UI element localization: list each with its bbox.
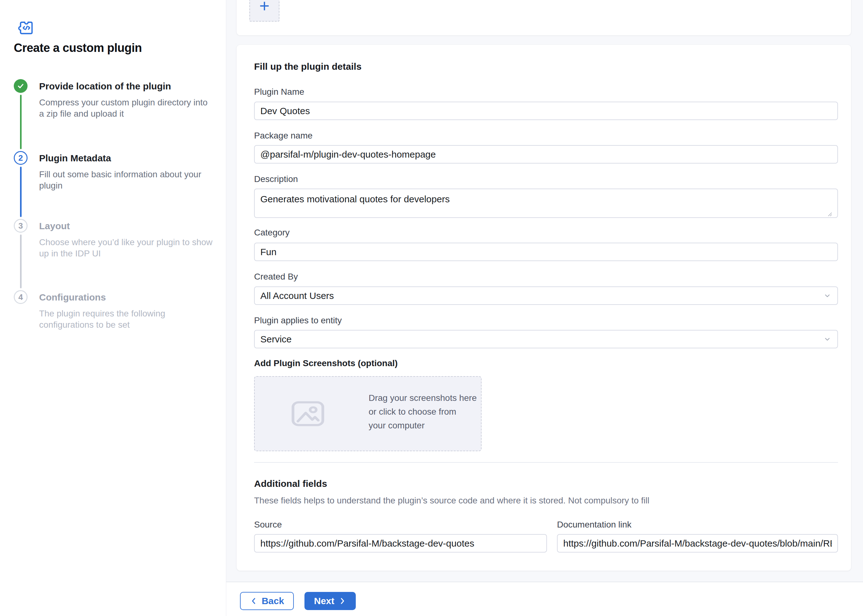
description-textarea[interactable]: Generates motivational quotes for develo… [254,189,838,218]
step-4-title[interactable]: Configurations [39,292,106,303]
next-button[interactable]: Next [304,592,356,610]
additional-fields-helper: These fields helps to understand the plu… [254,496,649,506]
step-3-number: 3 [19,221,23,231]
step-3-description: Choose where you’d like your plugin to s… [39,237,214,259]
chevron-down-icon [823,291,832,300]
step-2-title[interactable]: Plugin Metadata [39,153,111,163]
step-3-title[interactable]: Layout [39,221,70,231]
plus-icon: + [260,0,270,15]
step-1-indicator[interactable] [14,79,28,93]
screenshots-label: Add Plugin Screenshots (optional) [254,358,398,368]
next-button-label: Next [314,596,334,606]
description-label: Description [254,174,298,184]
entity-label: Plugin applies to entity [254,316,342,325]
step-1-title[interactable]: Provide location of the plugin [39,81,171,92]
step-2-number: 2 [19,153,23,163]
add-screenshot-tile[interactable]: + [249,0,279,22]
created-by-value: All Account Users [260,291,334,301]
chevron-left-icon [250,597,258,605]
package-name-input[interactable] [254,145,838,163]
main-content: + Fill up the plugin details Plugin Name… [226,0,863,616]
documentation-link-input[interactable] [557,534,838,553]
step-4-indicator[interactable]: 4 [14,290,28,304]
dropzone-line-2: or click to choose from [369,405,477,419]
back-button[interactable]: Back [240,592,294,610]
created-by-label: Created By [254,272,298,282]
dropzone-instructions: Drag your screenshots here or click to c… [369,391,477,432]
step-connector-active [20,167,22,217]
form-title: Fill up the plugin details [254,61,361,72]
page-title: Create a custom plugin [14,41,142,55]
puzzle-code-icon [17,19,35,37]
entity-value: Service [260,334,291,344]
step-1-description: Compress your custom plugin directory in… [39,97,214,119]
create-custom-plugin-page: Create a custom plugin Provide location … [0,0,863,616]
step-4-description: The plugin requires the following config… [39,308,214,330]
additional-fields-title: Additional fields [254,478,327,489]
step-connector-complete [20,95,22,149]
plugin-name-input[interactable] [254,102,838,120]
screenshot-dropzone[interactable]: Drag your screenshots here or click to c… [254,376,482,451]
step-2-description: Fill out some basic information about yo… [39,169,214,192]
back-button-label: Back [261,596,284,606]
step-3-indicator[interactable]: 3 [14,219,28,233]
plugin-name-label: Plugin Name [254,87,304,97]
created-by-select[interactable]: All Account Users [254,286,838,305]
entity-select[interactable]: Service [254,330,838,348]
package-name-label: Package name [254,131,313,141]
documentation-link-label: Documentation link [557,520,632,530]
source-label: Source [254,520,282,530]
category-label: Category [254,228,290,238]
step-2-indicator[interactable]: 2 [14,151,28,165]
step-4-number: 4 [19,292,23,302]
step-connector-upcoming [20,234,22,288]
category-input[interactable] [254,243,838,261]
chevron-down-icon [823,335,832,344]
check-icon [17,82,25,90]
dropzone-line-3: your computer [369,419,477,432]
image-icon [288,398,328,430]
source-input[interactable] [254,534,547,553]
plugin-details-card: Fill up the plugin details Plugin Name P… [236,45,851,570]
upload-card: + [236,0,851,35]
dropzone-line-1: Drag your screenshots here [369,391,477,405]
section-divider [254,462,838,463]
chevron-right-icon [338,597,346,605]
wizard-sidebar: Create a custom plugin Provide location … [0,0,226,616]
resize-handle-icon[interactable] [827,212,832,217]
